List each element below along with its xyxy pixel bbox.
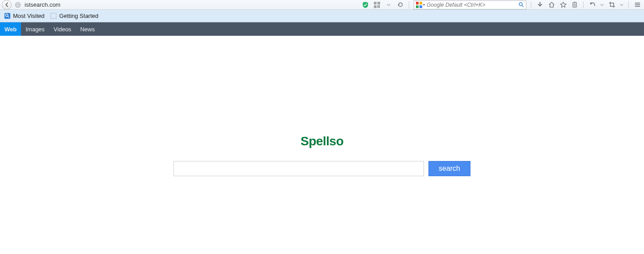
shield-icon[interactable] [361,1,369,9]
tab-videos[interactable]: Videos [49,22,76,36]
svg-rect-10 [379,5,380,6]
caret-down-icon[interactable]: ▾ [423,3,425,7]
browser-toolbar: istsearch.com ▾ [0,0,644,10]
svg-rect-11 [377,7,378,8]
most-visited-icon [4,13,11,20]
google-icon [416,2,422,8]
svg-rect-8 [375,6,376,7]
tab-images[interactable]: Images [21,22,49,36]
home-icon[interactable] [547,1,555,9]
bookmark-label: Getting Started [59,13,98,19]
undo-icon[interactable] [588,1,596,9]
separator [583,1,584,8]
getting-started-icon [50,13,57,20]
svg-rect-23 [4,13,10,19]
reload-icon[interactable] [396,1,404,9]
main-search-button[interactable]: search [428,161,470,176]
main-content: Spellso search [0,36,644,254]
tab-news[interactable]: News [76,22,99,36]
clipboard-icon[interactable] [571,1,579,9]
arrow-left-icon [4,2,10,8]
crop-caret-icon[interactable] [619,1,624,9]
download-icon[interactable] [536,1,544,9]
main-search-input[interactable] [174,161,424,176]
page-nav: Web Images Videos News [0,22,644,36]
bookmark-label: Most Visited [13,13,45,19]
svg-rect-26 [51,13,56,18]
browser-search-input[interactable] [427,2,518,8]
toolbar-right-icons: ▾ [361,0,641,9]
search-icon[interactable] [518,2,524,8]
undo-caret-icon[interactable] [600,1,604,9]
page-logo: Spellso [301,134,343,148]
svg-line-14 [522,5,523,7]
separator [531,1,531,8]
menu-icon[interactable] [633,1,641,9]
tab-web[interactable]: Web [0,22,21,36]
search-row: search [174,161,470,176]
separator [628,1,629,8]
bookmark-star-icon[interactable] [559,1,567,9]
qr-icon[interactable] [373,1,381,9]
browser-searchbox[interactable]: ▾ [414,0,526,9]
bookmarks-bar: Most Visited Getting Started [0,10,644,22]
svg-rect-6 [379,2,380,3]
svg-rect-12 [379,7,380,8]
separator [409,1,409,8]
svg-rect-9 [377,5,378,6]
globe-icon [14,1,21,8]
bookmark-getting-started[interactable]: Getting Started [50,13,98,20]
svg-rect-4 [375,2,376,3]
back-button[interactable] [2,0,12,10]
dropdown-caret-icon[interactable] [385,1,393,9]
svg-rect-16 [574,2,576,3]
crop-icon[interactable] [608,1,616,9]
url-text[interactable]: istsearch.com [25,1,60,8]
bookmark-most-visited[interactable]: Most Visited [4,13,45,20]
